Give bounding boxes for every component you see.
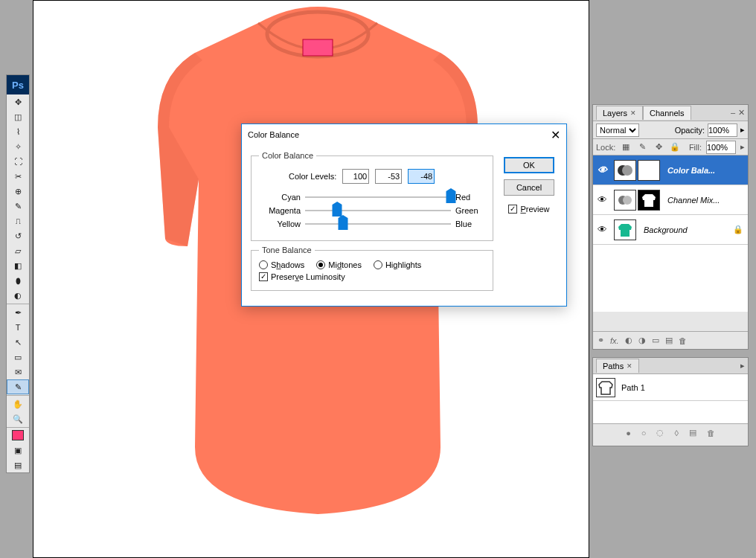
ok-button[interactable]: OK (504, 157, 554, 173)
trash-icon[interactable]: 🗑 (707, 429, 715, 437)
crop-tool[interactable]: ⛶ (7, 154, 29, 169)
opacity-input[interactable] (708, 124, 737, 137)
slider-thumb[interactable] (333, 205, 342, 217)
path-select-tool[interactable]: ↖ (7, 335, 29, 350)
tab-paths[interactable]: Paths✕ (596, 359, 639, 373)
folder-icon[interactable]: ▭ (652, 336, 659, 345)
color-balance-group: Color Balance Color Levels: Cyan Red Mag… (251, 151, 493, 241)
slider-cyan-red: Cyan Red (259, 191, 485, 203)
blend-mode-select[interactable]: Normal (596, 124, 639, 137)
shape-tool[interactable]: ▭ (7, 350, 29, 365)
flyout-icon[interactable]: ▸ (740, 361, 745, 371)
visibility-icon[interactable]: 👁 (593, 194, 611, 205)
layer-mask-icon[interactable]: ◐ (625, 336, 632, 345)
slider-track[interactable] (305, 205, 451, 217)
layer-background[interactable]: 👁 Background 🔒 (593, 215, 748, 245)
fill-input[interactable] (706, 141, 736, 154)
type-tool[interactable]: T (7, 320, 29, 335)
slider-thumb[interactable] (338, 218, 347, 230)
checkbox-preserve-luminosity[interactable]: Preserve Luminosity (259, 272, 485, 281)
quickmask-tool[interactable]: ▤ (7, 458, 29, 472)
wand-tool[interactable]: ✧ (7, 139, 29, 154)
mask-thumb[interactable] (638, 190, 660, 211)
pen-tool[interactable]: ✒ (7, 305, 29, 320)
move-tool[interactable]: ✥ (7, 94, 29, 109)
gradient-tool[interactable]: ◧ (7, 258, 29, 273)
hand-tool[interactable]: ✋ (7, 397, 29, 411)
trash-icon[interactable]: 🗑 (679, 336, 687, 345)
flyout-icon[interactable]: ▸ (740, 125, 745, 135)
link-layers-icon[interactable]: ⚭ (598, 336, 604, 345)
stamp-tool[interactable]: ⎍ (7, 214, 29, 228)
dialog-title: Color Balance (248, 130, 299, 139)
foreground-color-swatch[interactable] (12, 430, 24, 440)
marquee-tool[interactable]: ◫ (7, 109, 29, 124)
stroke-path-icon[interactable]: ○ (641, 429, 647, 437)
svg-rect-1 (303, 39, 333, 56)
radio-highlights[interactable]: Highlights (374, 260, 421, 269)
color-levels-label: Color Levels: (289, 172, 336, 181)
tab-channels[interactable]: Channels (643, 106, 691, 120)
slice-tool[interactable]: ✂ (7, 169, 29, 184)
history-brush-tool[interactable]: ↺ (7, 228, 29, 243)
lock-image-icon[interactable]: ✎ (636, 142, 648, 152)
layer-fx-icon[interactable]: fx. (610, 336, 619, 345)
fill-path-icon[interactable]: ● (626, 429, 631, 437)
checkbox-preview[interactable]: Preview (508, 205, 549, 214)
slider-track[interactable] (305, 191, 451, 203)
slider-track[interactable] (305, 218, 451, 230)
dialog-titlebar[interactable]: Color Balance ✕ (242, 124, 566, 145)
level-input-1[interactable] (342, 169, 369, 184)
visibility-icon[interactable]: 👁 (593, 164, 611, 176)
lock-position-icon[interactable]: ✥ (653, 142, 664, 152)
healing-tool[interactable]: ⊕ (7, 184, 29, 199)
layer-name[interactable]: Channel Mix... (667, 196, 720, 205)
minimize-icon[interactable]: – (731, 108, 735, 118)
tab-layers[interactable]: Layers✕ (596, 106, 643, 120)
zoom-tool[interactable]: 🔍 (7, 411, 29, 426)
screen-mode-tool[interactable]: ▣ (7, 443, 29, 458)
eraser-tool[interactable]: ▱ (7, 243, 29, 258)
layer-channel-mixer[interactable]: 👁 Channel Mix... (593, 185, 748, 215)
radio-midtones[interactable]: Midtones (316, 260, 362, 269)
mask-thumb[interactable] (638, 160, 660, 181)
layer-name[interactable]: Background (644, 225, 688, 234)
new-layer-icon[interactable]: ▤ (665, 336, 673, 345)
level-input-2[interactable] (375, 169, 402, 184)
close-icon[interactable]: ✕ (738, 108, 745, 118)
lock-label: Lock: (596, 143, 615, 152)
brush-tool[interactable]: ✎ (7, 199, 29, 214)
svg-point-3 (622, 165, 632, 176)
lasso-tool[interactable]: ⌇ (7, 124, 29, 139)
cancel-button[interactable]: Cancel (504, 179, 554, 196)
path-name[interactable]: Path 1 (621, 383, 645, 392)
close-icon[interactable]: ✕ (627, 362, 632, 370)
adjustment-thumb (614, 160, 636, 181)
level-input-3[interactable] (408, 169, 435, 184)
flyout-icon[interactable]: ▸ (740, 142, 745, 152)
blur-tool[interactable]: ⬮ (7, 273, 29, 288)
slider-thumb[interactable] (446, 191, 456, 203)
path-item[interactable]: Path 1 (593, 374, 748, 401)
slider-right-label: Green (455, 206, 485, 215)
lock-transparent-icon[interactable]: ▦ (620, 142, 632, 152)
fill-label: Fill: (689, 143, 702, 152)
lock-icon: 🔒 (733, 225, 743, 234)
eyedropper-tool[interactable]: ✎ (7, 379, 29, 394)
layer-name[interactable]: Color Bala... (667, 166, 715, 175)
close-icon[interactable]: ✕ (630, 109, 636, 117)
notes-tool[interactable]: ✉ (7, 365, 29, 379)
adjustment-thumb (614, 190, 636, 211)
close-icon[interactable]: ✕ (551, 128, 560, 142)
layer-list: 👁 Color Bala... 👁 Channel Mix... 👁 Backg… (593, 155, 748, 312)
radio-shadows[interactable]: Shadows (259, 260, 304, 269)
dodge-tool[interactable]: ◐ (7, 288, 29, 303)
selection-to-path-icon[interactable]: ◊ (674, 429, 678, 437)
color-balance-dialog: Color Balance ✕ Color Balance Color Leve… (241, 124, 567, 307)
new-path-icon[interactable]: ▤ (689, 428, 696, 437)
visibility-icon[interactable]: 👁 (593, 224, 611, 235)
path-to-selection-icon[interactable]: ◌ (656, 428, 664, 437)
adjustment-layer-icon[interactable]: ◑ (638, 336, 646, 345)
layer-color-balance[interactable]: 👁 Color Bala... (593, 155, 748, 185)
lock-all-icon[interactable]: 🔒 (669, 142, 681, 152)
